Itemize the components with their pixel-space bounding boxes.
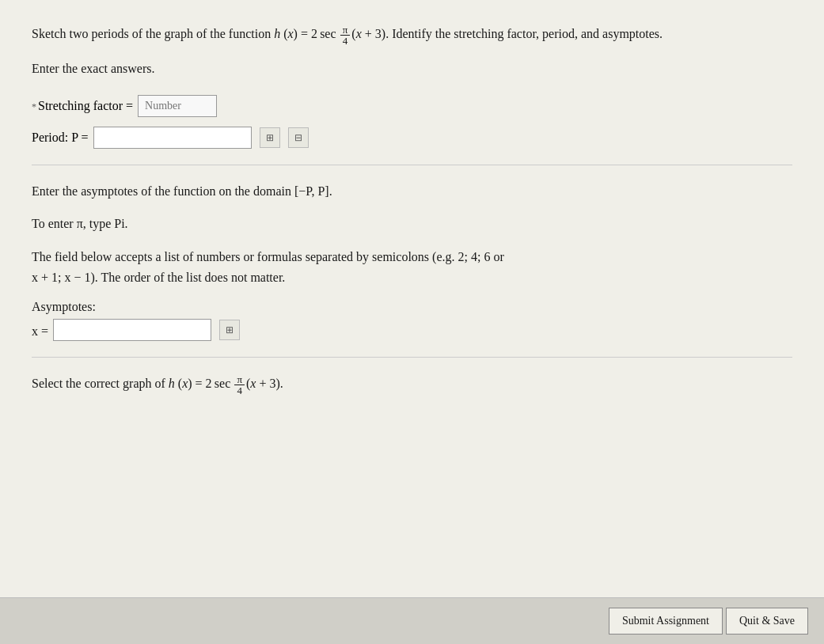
stretching-label: *Stretching factor = bbox=[32, 99, 133, 113]
question-text: Sketch two periods of the graph of the f… bbox=[32, 24, 792, 46]
asymptotes-row: x = ⊞ bbox=[32, 319, 792, 341]
asymptotes-domain-instruction: Enter the asymptotes of the function on … bbox=[32, 181, 792, 202]
bottom-bar: Submit Assignment Quit & Save bbox=[0, 597, 824, 644]
stretching-factor-row: *Stretching factor = bbox=[32, 95, 792, 117]
stretching-factor-input[interactable] bbox=[138, 95, 217, 117]
period-input[interactable] bbox=[93, 127, 252, 149]
divider-2 bbox=[32, 357, 792, 358]
period-row: Period: P = ⊞ ⊟ bbox=[32, 127, 792, 149]
exact-answers-instruction: Enter the exact answers. bbox=[32, 62, 792, 76]
x-equals-label: x = bbox=[32, 324, 48, 339]
submit-assignment-button[interactable]: Submit Assignment bbox=[609, 608, 723, 635]
pi-instruction: To enter π, type Pi. bbox=[32, 214, 792, 234]
select-graph-text: Select the correct graph of h (x) = 2 se… bbox=[32, 373, 792, 396]
asymptote-formula-icon[interactable]: ⊞ bbox=[219, 320, 240, 340]
period-formula-icon[interactable]: ⊞ bbox=[260, 127, 280, 148]
main-container: Sketch two periods of the graph of the f… bbox=[0, 0, 824, 644]
asymptote-icon: ⊞ bbox=[226, 324, 234, 335]
period-symbol-icon[interactable]: ⊟ bbox=[288, 127, 309, 148]
asymptotes-label: Asymptotes: bbox=[32, 300, 792, 314]
asymptotes-input[interactable] bbox=[53, 319, 211, 341]
field-instruction: The field below accepts a list of number… bbox=[32, 247, 792, 287]
quit-save-button[interactable]: Quit & Save bbox=[726, 608, 808, 635]
asymptotes-section: Asymptotes: x = ⊞ bbox=[32, 300, 792, 341]
divider-1 bbox=[32, 165, 792, 165]
period-label: Period: P = bbox=[32, 131, 89, 145]
formula-icon: ⊞ bbox=[266, 132, 274, 143]
symbol-icon: ⊟ bbox=[294, 132, 302, 143]
